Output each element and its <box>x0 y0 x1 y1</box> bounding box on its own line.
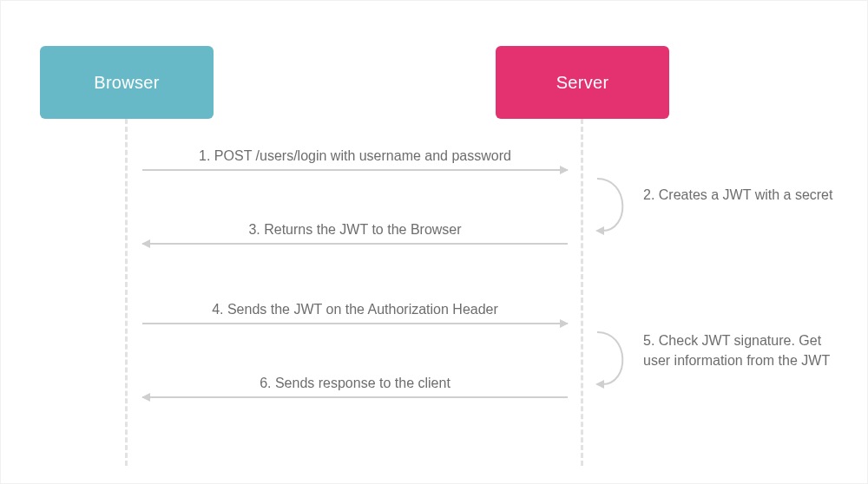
selfcall-5-label: 5. Check JWT signature. Get user informa… <box>643 330 834 370</box>
diagram-canvas: Browser Server 1. POST /users/login with… <box>0 0 868 484</box>
message-4-label: 4. Sends the JWT on the Authorization He… <box>142 302 568 317</box>
lifeline-browser <box>125 119 128 466</box>
participant-browser: Browser <box>40 46 214 119</box>
svg-marker-0 <box>595 226 604 235</box>
message-4: 4. Sends the JWT on the Authorization He… <box>142 302 568 324</box>
participant-server: Server <box>496 46 669 119</box>
message-3-label: 3. Returns the JWT to the Browser <box>142 222 568 238</box>
selfcall-arrow-icon <box>595 330 639 391</box>
message-6-label: 6. Sends response to the client <box>142 376 568 391</box>
selfcall-5 <box>595 330 639 391</box>
message-1: 1. POST /users/login with username and p… <box>142 148 568 171</box>
message-6: 6. Sends response to the client <box>142 376 568 398</box>
participant-server-label: Server <box>556 73 609 93</box>
arrow-left-icon <box>142 396 568 398</box>
selfcall-2-label: 2. Creates a JWT with a secret <box>643 185 834 205</box>
selfcall-2 <box>595 177 639 238</box>
message-1-label: 1. POST /users/login with username and p… <box>142 148 568 164</box>
selfcall-arrow-icon <box>595 177 639 238</box>
participant-browser-label: Browser <box>94 73 159 93</box>
message-3: 3. Returns the JWT to the Browser <box>142 222 568 245</box>
arrow-right-icon <box>142 323 568 324</box>
arrow-right-icon <box>142 169 568 171</box>
svg-marker-1 <box>595 380 604 389</box>
arrow-left-icon <box>142 243 568 245</box>
lifeline-server <box>581 119 583 466</box>
